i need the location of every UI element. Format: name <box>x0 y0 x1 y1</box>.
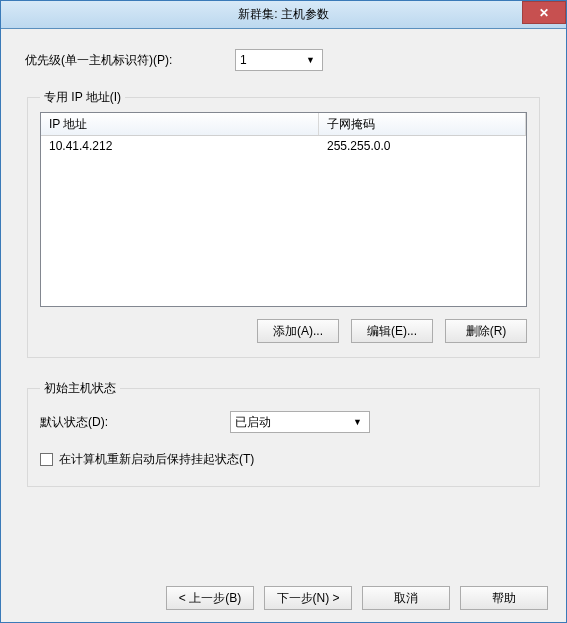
cancel-button[interactable]: 取消 <box>362 586 450 610</box>
dedicated-ip-legend: 专用 IP 地址(I) <box>40 89 125 106</box>
priority-row: 优先级(单一主机标识符)(P): 1 ▼ <box>25 49 542 71</box>
next-button[interactable]: 下一步(N) > <box>264 586 352 610</box>
table-header: IP 地址 子网掩码 <box>41 113 526 136</box>
window-title: 新群集: 主机参数 <box>238 6 329 23</box>
dedicated-ip-group: 专用 IP 地址(I) IP 地址 子网掩码 10.41.4.212 255.2… <box>27 89 540 358</box>
priority-select[interactable]: 1 ▼ <box>235 49 323 71</box>
default-state-row: 默认状态(D): 已启动 ▼ <box>40 411 527 433</box>
ip-button-row: 添加(A)... 编辑(E)... 删除(R) <box>40 319 527 343</box>
retain-suspend-checkbox[interactable] <box>40 453 53 466</box>
table-row[interactable]: 10.41.4.212 255.255.0.0 <box>41 136 526 156</box>
priority-value: 1 <box>240 53 247 67</box>
back-button[interactable]: < 上一步(B) <box>166 586 254 610</box>
priority-label: 优先级(单一主机标识符)(P): <box>25 52 235 69</box>
titlebar: 新群集: 主机参数 ✕ <box>1 1 566 29</box>
initial-state-group: 初始主机状态 默认状态(D): 已启动 ▼ 在计算机重新启动后保持挂起状态(T) <box>27 380 540 487</box>
cell-ip: 10.41.4.212 <box>41 139 319 153</box>
retain-suspend-row: 在计算机重新启动后保持挂起状态(T) <box>40 451 527 468</box>
help-button[interactable]: 帮助 <box>460 586 548 610</box>
chevron-down-icon: ▼ <box>306 55 315 65</box>
cell-mask: 255.255.0.0 <box>319 139 526 153</box>
chevron-down-icon: ▼ <box>353 417 362 427</box>
dialog-window: 新群集: 主机参数 ✕ 优先级(单一主机标识符)(P): 1 ▼ 专用 IP 地… <box>0 0 567 623</box>
wizard-footer: < 上一步(B) 下一步(N) > 取消 帮助 <box>1 574 566 622</box>
close-icon: ✕ <box>539 6 549 20</box>
content-area: 优先级(单一主机标识符)(P): 1 ▼ 专用 IP 地址(I) IP 地址 子… <box>1 29 566 499</box>
edit-button[interactable]: 编辑(E)... <box>351 319 433 343</box>
column-mask[interactable]: 子网掩码 <box>319 113 526 135</box>
default-state-value: 已启动 <box>235 414 271 431</box>
column-ip[interactable]: IP 地址 <box>41 113 319 135</box>
default-state-select[interactable]: 已启动 ▼ <box>230 411 370 433</box>
retain-suspend-label[interactable]: 在计算机重新启动后保持挂起状态(T) <box>59 451 254 468</box>
add-button[interactable]: 添加(A)... <box>257 319 339 343</box>
ip-table[interactable]: IP 地址 子网掩码 10.41.4.212 255.255.0.0 <box>40 112 527 307</box>
default-state-label: 默认状态(D): <box>40 414 230 431</box>
initial-state-legend: 初始主机状态 <box>40 380 120 397</box>
close-button[interactable]: ✕ <box>522 1 566 24</box>
remove-button[interactable]: 删除(R) <box>445 319 527 343</box>
